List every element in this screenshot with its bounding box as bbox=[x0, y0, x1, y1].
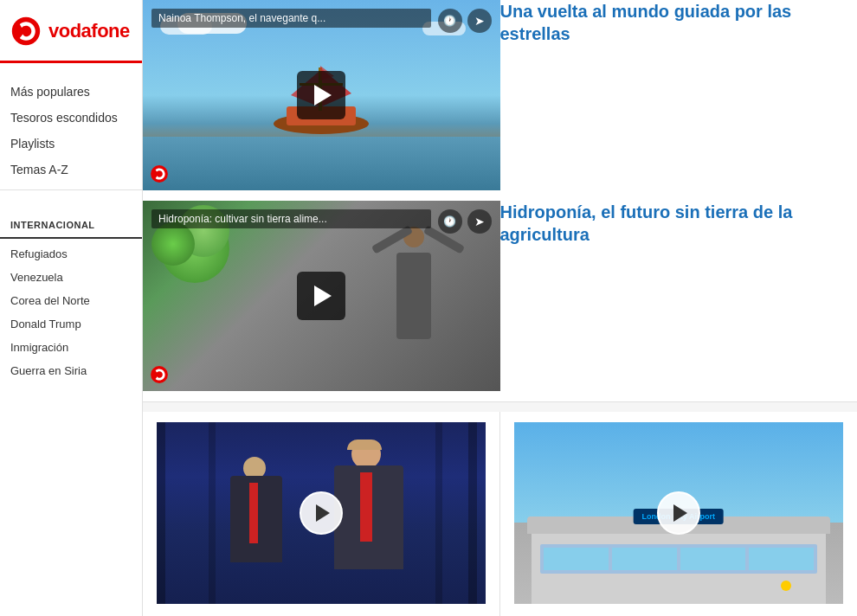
sub-nav-corea-del-norte[interactable]: Corea del Norte bbox=[0, 289, 142, 312]
svg-point-9 bbox=[151, 366, 168, 383]
play-button-2[interactable] bbox=[297, 272, 345, 320]
vodafone-icon bbox=[10, 16, 42, 47]
nav-item-tesoros-escondidos[interactable]: Tesoros escondidos bbox=[0, 105, 142, 131]
logo-area: vodafone bbox=[0, 0, 142, 63]
video-thumb-1[interactable]: Nainoa Thompson, el navegante q... 🕐 ➤ bbox=[143, 0, 500, 190]
vodafone-logo[interactable]: vodafone bbox=[10, 16, 132, 47]
article-card-4: London City Airport Imagen de la fachada… bbox=[500, 412, 858, 616]
video-thumb-4[interactable]: London City Airport bbox=[514, 422, 844, 604]
nav-item-playlists[interactable]: Playlists bbox=[0, 131, 142, 157]
vodafone-watermark-2 bbox=[150, 365, 169, 384]
main-content: Nainoa Thompson, el navegante q... 🕐 ➤ U… bbox=[143, 0, 857, 616]
nav-item-mas-populares[interactable]: Más populares bbox=[0, 79, 142, 105]
internacional-section: INTERNACIONAL Refugiados Venezuela Corea… bbox=[0, 204, 142, 382]
vodafone-watermark-1 bbox=[150, 164, 169, 183]
svg-point-0 bbox=[12, 17, 40, 45]
nav-item-temas-az[interactable]: Temas A-Z bbox=[0, 157, 142, 183]
video-title-bar-1: Nainoa Thompson, el navegante q... bbox=[151, 9, 431, 28]
video-title-bar-2: Hidroponía: cultivar sin tierra alime... bbox=[151, 209, 431, 228]
share-icon-2[interactable]: ➤ bbox=[467, 209, 492, 234]
sub-nav-inmigracion[interactable]: Inmigración bbox=[0, 336, 142, 359]
article-title-2[interactable]: Hidroponía, el futuro sin tierra de la a… bbox=[500, 201, 858, 396]
sub-nav-venezuela[interactable]: Venezuela bbox=[0, 266, 142, 289]
sidebar: vodafone Más populares Tesoros escondido… bbox=[0, 0, 143, 616]
top-navigation: Más populares Tesoros escondidos Playlis… bbox=[0, 72, 142, 190]
article-title-1[interactable]: Una vuelta al mundo guiada por las estre… bbox=[500, 0, 858, 196]
articles-grid: Nainoa Thompson, el navegante q... 🕐 ➤ U… bbox=[143, 0, 857, 616]
article-card-3: Rob Porter y Donald Trump, el pasado ago… bbox=[143, 412, 500, 616]
row-divider bbox=[143, 401, 857, 412]
play-button-1[interactable] bbox=[297, 71, 345, 119]
play-button-3[interactable] bbox=[300, 491, 343, 535]
sub-nav-donald-trump[interactable]: Donald Trump bbox=[0, 312, 142, 336]
svg-point-8 bbox=[151, 165, 168, 183]
share-icon-1[interactable]: ➤ bbox=[467, 9, 492, 33]
clock-icon-2[interactable]: 🕐 bbox=[438, 209, 462, 234]
brand-name: vodafone bbox=[48, 20, 130, 42]
sub-nav-guerra-en-siria[interactable]: Guerra en Siria bbox=[0, 359, 142, 382]
internacional-section-label: INTERNACIONAL bbox=[0, 204, 142, 239]
play-button-4[interactable] bbox=[657, 491, 700, 535]
clock-icon-1[interactable]: 🕐 bbox=[438, 9, 462, 33]
video-thumb-2[interactable]: Hidroponía: cultivar sin tierra alime...… bbox=[143, 201, 500, 391]
video-toolbar-2: 🕐 ➤ bbox=[438, 209, 492, 234]
video-toolbar-1: 🕐 ➤ bbox=[438, 9, 492, 33]
sub-nav-refugiados[interactable]: Refugiados bbox=[0, 242, 142, 266]
video-thumb-3[interactable] bbox=[157, 422, 486, 604]
